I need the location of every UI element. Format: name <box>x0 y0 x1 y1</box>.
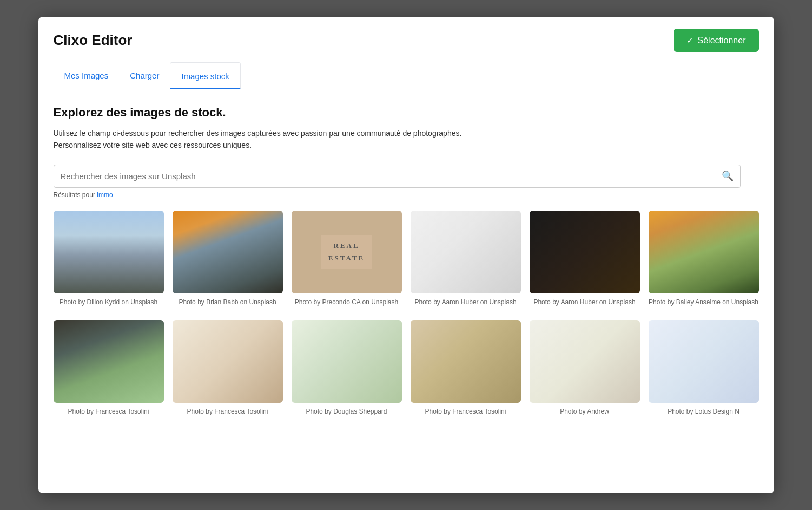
desc-line1: Utilisez le champ ci-dessous pour recher… <box>54 129 462 138</box>
image-thumbnail <box>530 211 640 293</box>
desc-line2: Personnalisez votre site web avec ces re… <box>54 141 252 149</box>
image-caption: Photo by Douglas Sheppard <box>292 407 402 416</box>
results-label: Résultats pour immo <box>54 191 759 199</box>
image-caption: Photo by Francesca Tosolini <box>54 407 164 416</box>
search-input[interactable] <box>61 165 722 187</box>
checkmark-icon: ✓ <box>686 35 694 45</box>
image-card[interactable]: Photo by Brian Babb on Unsplash <box>173 211 283 307</box>
image-caption: Photo by Andrew <box>530 407 640 416</box>
image-caption: Photo by Aaron Huber on Unsplash <box>530 298 640 307</box>
tab-mes-images[interactable]: Mes Images <box>54 62 120 89</box>
tab-charger[interactable]: Charger <box>119 62 170 89</box>
real-estate-overlay: REALESTATE <box>321 235 372 269</box>
editor-modal: Clixo Editor ✓ Sélectionner Mes Images C… <box>38 17 774 493</box>
image-grid-row1: Photo by Dillon Kydd on Unsplash Photo b… <box>54 211 759 307</box>
section-title: Explorez des images de stock. <box>54 106 759 120</box>
image-caption: Photo by Brian Babb on Unsplash <box>173 298 283 307</box>
modal-header: Clixo Editor ✓ Sélectionner <box>38 17 774 62</box>
image-card[interactable]: Photo by Francesca Tosolini <box>173 320 283 416</box>
select-button-label: Sélectionner <box>698 36 746 45</box>
image-thumbnail <box>649 320 759 403</box>
image-thumbnail <box>530 320 640 403</box>
tabs-bar: Mes Images Charger Images stock <box>38 62 774 89</box>
select-button[interactable]: ✓ Sélectionner <box>674 29 759 52</box>
image-card[interactable]: Photo by Bailey Anselme on Unsplash <box>649 211 759 307</box>
image-card[interactable]: Photo by Dillon Kydd on Unsplash <box>54 211 164 307</box>
search-bar: 🔍 <box>54 165 741 188</box>
image-caption: Photo by Precondo CA on Unsplash <box>292 298 402 307</box>
search-icon[interactable]: 🔍 <box>722 170 734 182</box>
image-card[interactable]: Photo by Douglas Sheppard <box>292 320 402 416</box>
image-thumbnail <box>54 211 164 293</box>
image-caption: Photo by Lotus Design N <box>649 407 759 416</box>
image-card[interactable]: Photo by Francesca Tosolini <box>54 320 164 416</box>
section-description: Utilisez le champ ci-dessous pour recher… <box>54 127 759 152</box>
image-thumbnail <box>292 320 402 403</box>
image-grid-row2: Photo by Francesca Tosolini Photo by Fra… <box>54 320 759 416</box>
image-thumbnail <box>411 320 521 403</box>
image-card[interactable]: Photo by Aaron Huber on Unsplash <box>411 211 521 307</box>
image-card[interactable]: REALESTATE Photo by Precondo CA on Unspl… <box>292 211 402 307</box>
image-thumbnail <box>173 211 283 293</box>
image-caption: Photo by Bailey Anselme on Unsplash <box>649 298 759 307</box>
modal-title: Clixo Editor <box>54 32 133 49</box>
tab-images-stock[interactable]: Images stock <box>170 62 240 89</box>
image-caption: Photo by Dillon Kydd on Unsplash <box>54 298 164 307</box>
image-thumbnail <box>54 320 164 403</box>
results-query-link[interactable]: immo <box>97 191 113 199</box>
image-thumbnail: REALESTATE <box>292 211 402 293</box>
image-thumbnail <box>649 211 759 293</box>
image-card[interactable]: Photo by Francesca Tosolini <box>411 320 521 416</box>
image-thumbnail <box>173 320 283 403</box>
content-area: Explorez des images de stock. Utilisez l… <box>38 89 774 493</box>
image-card[interactable]: Photo by Aaron Huber on Unsplash <box>530 211 640 307</box>
image-card[interactable]: Photo by Lotus Design N <box>649 320 759 416</box>
image-caption: Photo by Francesca Tosolini <box>411 407 521 416</box>
image-caption: Photo by Francesca Tosolini <box>173 407 283 416</box>
image-card[interactable]: Photo by Andrew <box>530 320 640 416</box>
image-caption: Photo by Aaron Huber on Unsplash <box>411 298 521 307</box>
image-thumbnail <box>411 211 521 293</box>
